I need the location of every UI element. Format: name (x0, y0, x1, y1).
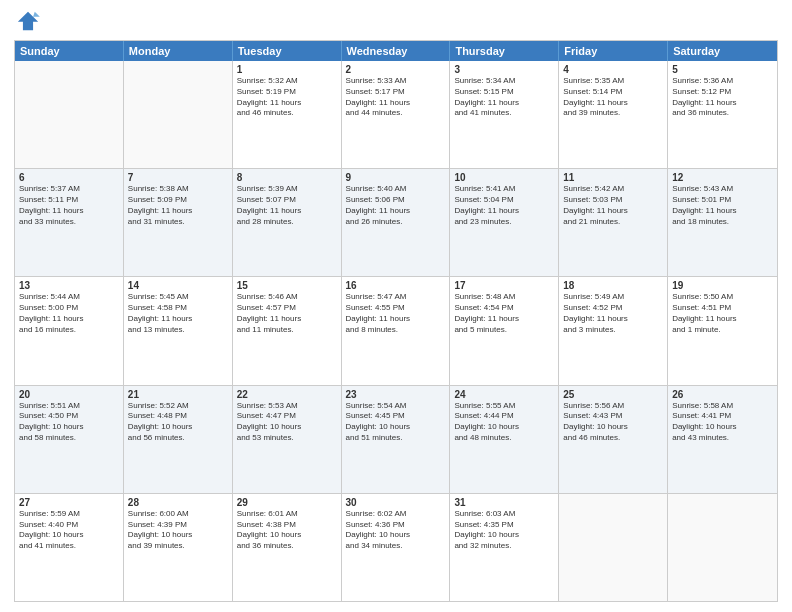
cell-text: Sunset: 5:03 PM (563, 195, 663, 206)
day-number: 4 (563, 64, 663, 75)
calendar-cell: 31Sunrise: 6:03 AMSunset: 4:35 PMDayligh… (450, 494, 559, 601)
cell-text: Daylight: 10 hours (128, 530, 228, 541)
cell-text: Sunrise: 5:59 AM (19, 509, 119, 520)
calendar-cell: 11Sunrise: 5:42 AMSunset: 5:03 PMDayligh… (559, 169, 668, 276)
cell-text: Daylight: 11 hours (346, 206, 446, 217)
cell-text: Sunset: 5:06 PM (346, 195, 446, 206)
day-number: 29 (237, 497, 337, 508)
cell-text: and 41 minutes. (19, 541, 119, 552)
calendar-cell (15, 61, 124, 168)
calendar-cell: 5Sunrise: 5:36 AMSunset: 5:12 PMDaylight… (668, 61, 777, 168)
cell-text: and 39 minutes. (563, 108, 663, 119)
day-number: 3 (454, 64, 554, 75)
day-number: 24 (454, 389, 554, 400)
cell-text: and 39 minutes. (128, 541, 228, 552)
cell-text: Sunrise: 6:02 AM (346, 509, 446, 520)
cell-text: Daylight: 11 hours (563, 98, 663, 109)
calendar-cell: 14Sunrise: 5:45 AMSunset: 4:58 PMDayligh… (124, 277, 233, 384)
day-number: 1 (237, 64, 337, 75)
header-day-wednesday: Wednesday (342, 41, 451, 61)
cell-text: and 51 minutes. (346, 433, 446, 444)
logo-icon (14, 10, 42, 32)
day-number: 31 (454, 497, 554, 508)
calendar-header: SundayMondayTuesdayWednesdayThursdayFrid… (15, 41, 777, 61)
calendar-cell: 15Sunrise: 5:46 AMSunset: 4:57 PMDayligh… (233, 277, 342, 384)
calendar-cell: 24Sunrise: 5:55 AMSunset: 4:44 PMDayligh… (450, 386, 559, 493)
cell-text: and 28 minutes. (237, 217, 337, 228)
cell-text: Daylight: 10 hours (672, 422, 773, 433)
calendar-cell: 13Sunrise: 5:44 AMSunset: 5:00 PMDayligh… (15, 277, 124, 384)
cell-text: and 23 minutes. (454, 217, 554, 228)
header-day-sunday: Sunday (15, 41, 124, 61)
cell-text: Sunrise: 5:56 AM (563, 401, 663, 412)
cell-text: Sunset: 4:36 PM (346, 520, 446, 531)
cell-text: Sunset: 4:40 PM (19, 520, 119, 531)
cell-text: and 34 minutes. (346, 541, 446, 552)
cell-text: Sunset: 4:44 PM (454, 411, 554, 422)
cell-text: and 21 minutes. (563, 217, 663, 228)
cell-text: Sunrise: 5:46 AM (237, 292, 337, 303)
cell-text: Sunset: 5:04 PM (454, 195, 554, 206)
calendar-week-2: 6Sunrise: 5:37 AMSunset: 5:11 PMDaylight… (15, 168, 777, 276)
day-number: 10 (454, 172, 554, 183)
calendar: SundayMondayTuesdayWednesdayThursdayFrid… (14, 40, 778, 602)
calendar-body: 1Sunrise: 5:32 AMSunset: 5:19 PMDaylight… (15, 61, 777, 601)
calendar-cell (559, 494, 668, 601)
cell-text: Daylight: 11 hours (454, 98, 554, 109)
header-day-monday: Monday (124, 41, 233, 61)
calendar-cell: 8Sunrise: 5:39 AMSunset: 5:07 PMDaylight… (233, 169, 342, 276)
calendar-week-4: 20Sunrise: 5:51 AMSunset: 4:50 PMDayligh… (15, 385, 777, 493)
cell-text: and 53 minutes. (237, 433, 337, 444)
cell-text: and 58 minutes. (19, 433, 119, 444)
calendar-cell: 1Sunrise: 5:32 AMSunset: 5:19 PMDaylight… (233, 61, 342, 168)
cell-text: Sunrise: 5:55 AM (454, 401, 554, 412)
cell-text: Sunrise: 5:44 AM (19, 292, 119, 303)
day-number: 25 (563, 389, 663, 400)
cell-text: Daylight: 11 hours (346, 314, 446, 325)
calendar-cell: 20Sunrise: 5:51 AMSunset: 4:50 PMDayligh… (15, 386, 124, 493)
day-number: 12 (672, 172, 773, 183)
header-day-thursday: Thursday (450, 41, 559, 61)
calendar-cell: 28Sunrise: 6:00 AMSunset: 4:39 PMDayligh… (124, 494, 233, 601)
cell-text: and 11 minutes. (237, 325, 337, 336)
calendar-cell: 30Sunrise: 6:02 AMSunset: 4:36 PMDayligh… (342, 494, 451, 601)
cell-text: Sunset: 4:51 PM (672, 303, 773, 314)
cell-text: Sunrise: 5:40 AM (346, 184, 446, 195)
cell-text: and 5 minutes. (454, 325, 554, 336)
cell-text: Sunrise: 5:36 AM (672, 76, 773, 87)
cell-text: and 56 minutes. (128, 433, 228, 444)
cell-text: and 3 minutes. (563, 325, 663, 336)
cell-text: Daylight: 10 hours (346, 422, 446, 433)
cell-text: and 32 minutes. (454, 541, 554, 552)
cell-text: Sunset: 4:48 PM (128, 411, 228, 422)
cell-text: Sunset: 5:17 PM (346, 87, 446, 98)
logo (14, 10, 46, 32)
cell-text: Sunset: 4:47 PM (237, 411, 337, 422)
cell-text: Daylight: 11 hours (672, 206, 773, 217)
cell-text: Daylight: 11 hours (19, 206, 119, 217)
day-number: 27 (19, 497, 119, 508)
cell-text: and 43 minutes. (672, 433, 773, 444)
calendar-cell: 3Sunrise: 5:34 AMSunset: 5:15 PMDaylight… (450, 61, 559, 168)
calendar-cell: 29Sunrise: 6:01 AMSunset: 4:38 PMDayligh… (233, 494, 342, 601)
cell-text: Sunset: 5:09 PM (128, 195, 228, 206)
calendar-cell: 25Sunrise: 5:56 AMSunset: 4:43 PMDayligh… (559, 386, 668, 493)
cell-text: Daylight: 11 hours (237, 314, 337, 325)
calendar-cell: 4Sunrise: 5:35 AMSunset: 5:14 PMDaylight… (559, 61, 668, 168)
day-number: 30 (346, 497, 446, 508)
cell-text: Sunrise: 5:35 AM (563, 76, 663, 87)
cell-text: Sunset: 4:39 PM (128, 520, 228, 531)
cell-text: Daylight: 10 hours (19, 530, 119, 541)
cell-text: Sunrise: 5:39 AM (237, 184, 337, 195)
cell-text: Sunrise: 6:01 AM (237, 509, 337, 520)
day-number: 8 (237, 172, 337, 183)
header (14, 10, 778, 32)
day-number: 15 (237, 280, 337, 291)
cell-text: and 33 minutes. (19, 217, 119, 228)
cell-text: Daylight: 11 hours (454, 206, 554, 217)
cell-text: Sunrise: 5:32 AM (237, 76, 337, 87)
cell-text: Daylight: 11 hours (672, 98, 773, 109)
calendar-week-1: 1Sunrise: 5:32 AMSunset: 5:19 PMDaylight… (15, 61, 777, 168)
day-number: 19 (672, 280, 773, 291)
cell-text: Sunset: 4:54 PM (454, 303, 554, 314)
